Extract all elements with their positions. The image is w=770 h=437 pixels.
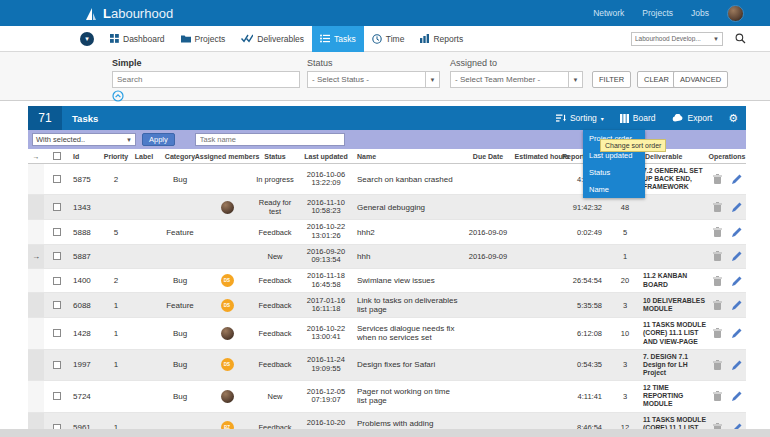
delete-task-icon[interactable] [713,251,722,261]
edit-task-icon[interactable] [732,300,742,310]
task-name-input[interactable] [195,133,345,146]
tab-dashboard[interactable]: Dashboard [102,26,173,52]
project-selector[interactable]: Labourhood Develop...▼ [631,32,723,46]
edit-task-icon[interactable] [732,328,742,338]
member-avatar[interactable]: DS [221,274,234,287]
status-select[interactable]: - Select Status -▼ [307,71,440,88]
advanced-button[interactable]: ADVANCED [673,71,728,88]
row-checkbox[interactable] [53,252,61,260]
member-avatar[interactable] [221,390,234,403]
search-icon[interactable] [735,33,746,44]
cell-due-date: 2016-09-09 [460,245,516,268]
nav-link-jobs[interactable]: Jobs [691,8,709,18]
row-checkbox[interactable] [53,392,61,400]
apps-menu-icon[interactable]: ▾ [80,32,94,46]
delete-task-icon[interactable] [713,227,722,237]
with-selected-select[interactable]: With selected..▼ [32,133,136,146]
row-checkbox-cell [44,318,70,348]
brand[interactable]: Labourhood [84,6,173,21]
row-checkbox[interactable] [53,277,61,285]
nav-link-projects[interactable]: Projects [642,8,673,18]
row-checkbox[interactable] [53,203,61,211]
settings-gear-icon[interactable]: ⚙ [728,113,738,124]
cell-estimated-hours [516,318,568,348]
clear-button[interactable]: CLEAR [637,71,676,88]
edit-task-icon[interactable] [732,174,742,184]
sort-option-status[interactable]: Status [583,164,645,181]
cell-estimated-hours [516,350,568,380]
task-row[interactable]: 5724BugNew2016-12-0507:19:07Pager not wo… [28,381,746,412]
task-row[interactable]: 1343Ready for test2016-11-1010:58:23Gene… [28,195,746,220]
cell-priority: 2 [102,269,130,292]
board-button[interactable]: Board [620,113,656,123]
member-avatar[interactable] [221,201,234,214]
edit-task-icon[interactable] [732,276,742,286]
cell-name: hhh [354,245,460,268]
member-avatar[interactable]: DS [221,299,234,312]
cell-operations [708,220,746,243]
search-input[interactable] [112,71,300,88]
task-row[interactable]: 58885FeatureFeedback2016-10-2213:01:26hh… [28,220,746,244]
edit-task-icon[interactable] [732,227,742,237]
delete-task-icon[interactable] [713,328,722,338]
edit-task-icon[interactable] [732,391,742,401]
cell-operations [708,245,746,268]
export-button[interactable]: Export [672,113,713,123]
filter-button[interactable]: FILTER [592,71,631,88]
tab-projects[interactable]: Projects [173,26,234,52]
row-checkbox[interactable] [53,361,61,369]
task-row[interactable]: 14281BugFeedback2016-10-2213:00:41Servic… [28,318,746,349]
row-checkbox[interactable] [53,228,61,236]
edit-task-icon[interactable] [732,360,742,370]
cell-last-updated: 2016-09-2009:13:54 [298,245,354,268]
row-gutter [28,269,44,292]
row-checkbox-cell [44,195,70,219]
task-row[interactable]: 60881FeatureDSFeedback2017-01-1616:11:18… [28,293,746,318]
delete-task-icon[interactable] [713,202,722,212]
delete-task-icon[interactable] [713,174,722,184]
cell-estimated-hours [516,293,568,317]
tasks-icon [320,34,330,43]
tab-reports[interactable]: Reports [412,26,471,52]
edit-task-icon[interactable] [732,251,742,261]
apply-button[interactable]: Apply [142,133,175,146]
cell-last-updated: 2016-10-0613:22:09 [298,164,354,194]
team-member-select[interactable]: - Select Team Member -▼ [450,71,583,88]
cell-status: Ready for test [252,195,298,219]
cell-reported-hours: 0:02:49 [568,220,608,243]
member-avatar[interactable]: DS [221,358,234,371]
nav-link-network[interactable]: Network [593,8,624,18]
delete-task-icon[interactable] [713,391,722,401]
member-avatar[interactable] [221,327,234,340]
cell-deliverable [642,195,708,219]
cell-label [130,269,158,292]
delete-task-icon[interactable] [713,360,722,370]
select-all-checkbox[interactable] [53,152,61,160]
task-row[interactable]: →5887New2016-09-2009:13:54hhh2016-09-091 [28,245,746,269]
row-gutter [28,318,44,348]
tab-deliverables[interactable]: Deliverables [233,26,312,52]
cell-due-date: 2016-09-09 [460,220,516,243]
cell-label [130,245,158,268]
delete-task-icon[interactable] [713,276,722,286]
user-avatar[interactable] [727,5,744,22]
cell-id: 5875 [70,164,102,194]
sorting-button[interactable]: Sorting▾ [556,113,604,123]
delete-task-icon[interactable] [713,300,722,310]
row-checkbox[interactable] [53,329,61,337]
collapse-filters-icon[interactable] [112,90,124,102]
cell-due-date [460,381,516,411]
sort-option-name[interactable]: Name [583,181,645,198]
cell-category [158,245,202,268]
col-header-blank [44,149,70,163]
row-checkbox-cell [44,269,70,292]
row-checkbox[interactable] [53,301,61,309]
task-row[interactable]: 19971BugDSFeedback2016-11-2419:09:55Desi… [28,350,746,381]
row-gutter [28,350,44,380]
tab-time[interactable]: Time [364,26,413,52]
tab-tasks[interactable]: Tasks [312,26,364,52]
task-row[interactable]: 14002BugDSFeedback2016-11-1816:45:58Swim… [28,269,746,293]
row-checkbox[interactable] [53,175,61,183]
cell-operations [708,164,746,194]
edit-task-icon[interactable] [732,202,742,212]
